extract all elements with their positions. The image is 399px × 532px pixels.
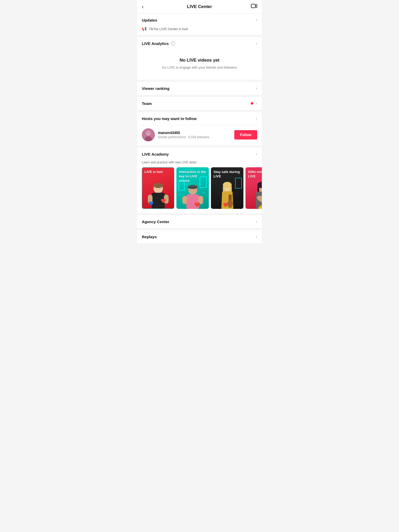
live-analytics-row[interactable]: LIVE Analytics i › [137,37,262,50]
replays-section: Replays › [137,230,262,243]
agency-center-row[interactable]: Agency Center › [137,215,262,228]
no-live-title: No LIVE videos yet [142,58,257,63]
svg-rect-16 [188,187,197,188]
viewer-ranking-section: Viewer ranking › [137,82,262,95]
video-title-1: LIVE is fun! [144,170,172,174]
megaphone-icon: 📢 [142,26,147,31]
phone-mockup-3 [235,178,242,189]
hosts-chevron: › [256,116,257,121]
video-title-4: Gifts enrich your LIVE [248,170,262,179]
phone-mockup-2 [178,180,185,191]
svg-point-9 [154,183,163,188]
svg-text:💙: 💙 [149,201,154,206]
replays-chevron: › [256,234,257,239]
info-icon: i [171,41,175,45]
agency-center-label: Agency Center [142,220,169,224]
follow-button[interactable]: Follow [234,130,257,139]
live-academy-chevron: › [256,152,257,156]
academy-video-card-3[interactable]: Stay safe during LIVE ❤️ [211,167,243,209]
host-info: manon43400 Similar performance · 6,526 f… [158,131,231,139]
svg-text:❤️: ❤️ [161,198,166,203]
team-row[interactable]: Team › [137,97,262,110]
host-name: manon43400 [158,131,231,135]
no-live-section: No LIVE videos yet Go LIVE to engage wit… [137,50,262,80]
camera-icon[interactable] [251,4,257,10]
header: ‹ LIVE Center [137,0,262,14]
agency-center-chevron: › [256,219,257,224]
live-academy-label: LIVE Academy [142,152,169,156]
svg-rect-0 [251,4,255,8]
academy-subtitle: Learn and practice with new LIVE skills! [137,161,262,167]
svg-rect-18 [182,196,187,204]
team-label: Team [142,101,152,106]
updates-sub-row: 📢 TikTok LIVE Center is live! [137,26,262,35]
svg-point-6 [149,132,150,133]
svg-rect-30 [257,186,259,192]
updates-chevron: › [256,18,257,22]
live-analytics-chevron: › [256,41,257,46]
team-chevron: › [256,101,257,106]
live-academy-header-row[interactable]: LIVE Academy › [137,148,262,161]
updates-section: Updates › 📢 TikTok LIVE Center is live! [137,14,262,35]
live-analytics-section: LIVE Analytics i › No LIVE videos yet Go… [137,37,262,80]
svg-text:❤️: ❤️ [223,202,228,207]
svg-point-26 [228,200,233,207]
academy-video-card-1[interactable]: LIVE is fun! 💙 ❤️ [142,167,174,209]
svg-text:👍: 👍 [258,204,262,209]
host-avatar [142,128,155,141]
hosts-header-row[interactable]: Hosts you may want to follow › [137,112,262,125]
host-sub: Similar performance · 6,526 followers [158,135,231,139]
hosts-label: Hosts you may want to follow [142,116,197,121]
academy-video-scroll[interactable]: LIVE is fun! 💙 ❤️ Interaction is the key… [137,167,262,213]
svg-point-5 [147,132,148,133]
video-title-3: Stay safe during LIVE [214,170,241,179]
academy-video-card-4[interactable]: Gifts enrich your LIVE 👍 ✨ [245,167,262,209]
host-item: manon43400 Similar performance · 6,526 f… [137,125,262,145]
replays-row[interactable]: Replays › [137,230,262,243]
viewer-ranking-chevron: › [256,86,257,91]
phone-mockup [200,176,207,188]
back-button[interactable]: ‹ [142,4,144,10]
updates-row[interactable]: Updates › [137,14,262,26]
live-analytics-label: LIVE Analytics [142,41,169,46]
viewer-ranking-label: Viewer ranking [142,86,169,91]
agency-center-section: Agency Center › [137,215,262,228]
viewer-ranking-row[interactable]: Viewer ranking › [137,82,262,95]
team-notification-dot [251,102,253,105]
live-academy-section: LIVE Academy › Learn and practice with n… [137,148,262,213]
updates-sub-text: TikTok LIVE Center is live! [149,27,188,31]
hosts-section: Hosts you may want to follow › manon4340… [137,112,262,145]
page-title: LIVE Center [187,4,212,9]
academy-video-card-2[interactable]: Interaction is the key to LIVE videos ❤️ [176,167,209,209]
updates-label: Updates [142,18,157,22]
live-analytics-left: LIVE Analytics i [142,41,175,46]
team-section: Team › [137,97,262,110]
svg-text:❤️: ❤️ [194,202,200,208]
replays-label: Replays [142,235,157,239]
no-live-subtitle: Go LIVE to engage with your friends and … [142,65,257,69]
team-right: › [251,101,257,106]
